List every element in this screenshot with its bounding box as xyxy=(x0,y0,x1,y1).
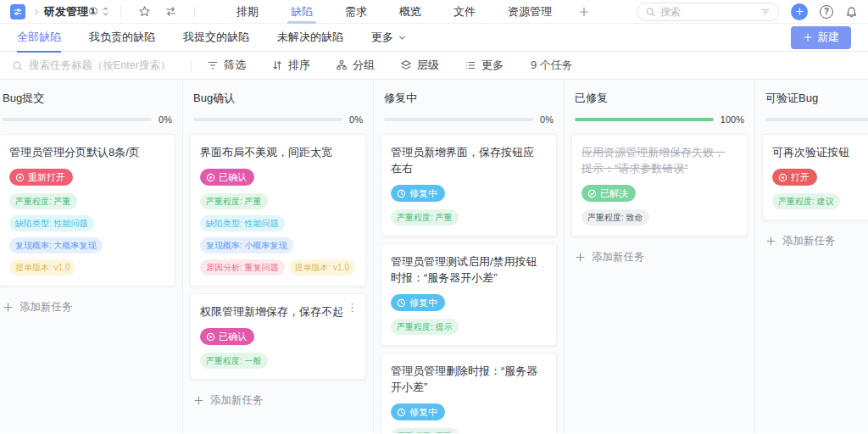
new-task-button[interactable]: 新建 xyxy=(791,26,851,49)
status-pill[interactable]: 已解决 xyxy=(581,185,636,202)
column-header: 修复中0% xyxy=(374,80,564,132)
task-card[interactable]: 管理员新增界面，保存按钮应在右修复中严重程度: 严重 xyxy=(381,134,557,236)
column-progress-bar xyxy=(384,118,533,121)
toolbar-button[interactable]: 排序 xyxy=(271,58,310,73)
view-tab[interactable]: 我负责的缺陷 xyxy=(89,24,155,52)
column-title: 已修复 xyxy=(575,91,744,106)
task-title: 管理员管理删除时报：“服务器开小差” xyxy=(391,363,547,395)
task-card[interactable]: 权限管理新增保存，保存不起⋮已确认严重程度: 一般 xyxy=(190,293,366,380)
field-tag: 提单版本: v1.0 xyxy=(9,259,75,275)
task-title: 界面布局不美观，间距太宽 xyxy=(200,144,356,160)
column-header: 已修复100% xyxy=(565,80,754,132)
project-tab[interactable]: 文件 xyxy=(453,0,476,24)
task-search-input[interactable] xyxy=(29,59,180,71)
global-search-input[interactable] xyxy=(660,6,755,18)
task-title: 可再次验证按钮 xyxy=(772,144,868,160)
search-filter-icon[interactable] xyxy=(760,7,771,17)
project-tab[interactable]: 概览 xyxy=(399,0,421,24)
view-tab[interactable]: 未解决的缺陷 xyxy=(277,24,343,52)
plus-circle-icon[interactable] xyxy=(791,3,808,20)
column-progress-label: 0% xyxy=(540,114,554,125)
project-icon[interactable] xyxy=(10,4,25,19)
task-search-box[interactable] xyxy=(12,59,186,71)
field-tag: 严重程度: 严重 xyxy=(391,428,459,433)
task-card[interactable]: 管理员管理分页默认8条/页重新打开严重程度: 严重缺陷类型: 性能问题复现概率:… xyxy=(0,134,175,287)
add-task-button[interactable]: 添加新任务 xyxy=(755,227,868,259)
project-switcher-icon[interactable] xyxy=(101,5,110,18)
search-icon xyxy=(645,7,655,17)
star-icon[interactable] xyxy=(138,5,151,18)
status-pill[interactable]: 重新打开 xyxy=(9,169,73,186)
status-pill[interactable]: 已确认 xyxy=(200,169,254,186)
swap-icon[interactable] xyxy=(164,5,177,18)
column-title: Bug确认 xyxy=(193,91,363,106)
global-search-box[interactable] xyxy=(637,3,779,21)
view-tab[interactable]: 全部缺陷 xyxy=(17,24,61,52)
plus-icon xyxy=(765,236,776,247)
kanban-board: Bug提交0%管理员管理分页默认8条/页重新打开严重程度: 严重缺陷类型: 性能… xyxy=(0,80,868,433)
help-icon[interactable]: ? xyxy=(820,5,833,19)
project-tab[interactable]: 资源管理 xyxy=(508,0,552,24)
add-tab-icon[interactable] xyxy=(578,6,590,18)
status-pill[interactable]: 打开 xyxy=(772,169,817,186)
clock-icon xyxy=(397,298,406,308)
project-name[interactable]: 研发管理① xyxy=(44,4,97,19)
field-tag: 严重程度: 严重 xyxy=(391,209,459,225)
status-pill[interactable]: 已确认 xyxy=(200,328,254,345)
task-title: 权限管理新增保存，保存不起 xyxy=(200,303,356,320)
search-icon xyxy=(12,60,23,71)
card-more-icon[interactable]: ⋮ xyxy=(347,303,358,313)
project-tab[interactable]: 需求 xyxy=(345,0,367,24)
view-tab[interactable]: 我提交的缺陷 xyxy=(183,24,249,52)
toolbar-button[interactable]: 分组 xyxy=(336,58,375,73)
bell-icon[interactable] xyxy=(845,5,858,18)
dot-circle-icon xyxy=(206,173,215,182)
divider xyxy=(191,59,192,71)
project-tab[interactable]: 排期 xyxy=(236,0,259,24)
divider xyxy=(194,6,195,18)
toolbar-button[interactable]: 筛选 xyxy=(207,58,246,73)
task-card[interactable]: 界面布局不美观，间距太宽已确认严重程度: 严重缺陷类型: 性能问题复现概率: 小… xyxy=(190,134,366,287)
column-progress-label: 0% xyxy=(159,114,172,125)
field-tag: 复现概率: 大概率复现 xyxy=(9,237,103,253)
toolbar-button[interactable]: 层级 xyxy=(400,58,439,73)
column-title: 可验证Bug xyxy=(765,91,868,106)
sort-icon xyxy=(271,59,283,71)
add-task-button[interactable]: 添加新任务 xyxy=(565,243,754,275)
task-title: 管理员管理测试启用/禁用按钮时报：“服务器开小差” xyxy=(391,253,547,286)
add-task-button[interactable]: 添加新任务 xyxy=(183,387,373,418)
column-header: Bug提交0% xyxy=(0,80,182,132)
clock-icon xyxy=(397,408,406,417)
project-tab[interactable]: 缺陷 xyxy=(291,0,313,24)
group-icon xyxy=(336,59,348,71)
status-pill[interactable]: 修复中 xyxy=(391,185,445,202)
toolbar-button[interactable]: 更多 xyxy=(465,58,504,73)
dot-circle-icon xyxy=(778,173,787,182)
add-task-button[interactable]: 添加新任务 xyxy=(0,293,182,325)
kanban-column: Bug确认0%界面布局不美观，间距太宽已确认严重程度: 严重缺陷类型: 性能问题… xyxy=(183,80,374,433)
view-tab-more[interactable]: 更多 xyxy=(371,24,407,52)
column-title: Bug提交 xyxy=(3,91,172,106)
column-progress-label: 100% xyxy=(721,114,744,125)
field-tag: 复现概率: 小概率复现 xyxy=(200,237,293,253)
task-title: 应用资源管理新增保存失败，提示：“请求参数错误” xyxy=(581,144,737,176)
field-tag: 提单版本: v1.0 xyxy=(289,259,355,275)
status-pill[interactable]: 修复中 xyxy=(391,294,445,311)
task-card[interactable]: 应用资源管理新增保存失败，提示：“请求参数错误”已解决严重程度: 致命 xyxy=(571,134,748,236)
column-progress-bar xyxy=(765,118,868,121)
task-title: 管理员新增界面，保存按钮应在右 xyxy=(391,144,547,176)
divider xyxy=(120,6,121,18)
field-tag: 严重程度: 致命 xyxy=(581,209,649,225)
task-card[interactable]: 管理员管理测试启用/禁用按钮时报：“服务器开小差”修复中严重程度: 提示 xyxy=(381,243,557,346)
kanban-column: 已修复100%应用资源管理新增保存失败，提示：“请求参数错误”已解决严重程度: … xyxy=(565,80,755,433)
funnel-icon xyxy=(207,59,219,71)
column-header: Bug确认0% xyxy=(183,80,373,132)
list-icon xyxy=(465,59,476,71)
task-card[interactable]: 可再次验证按钮打开严重程度: 建议 xyxy=(762,134,868,220)
field-tag: 严重程度: 建议 xyxy=(772,193,840,209)
status-pill[interactable]: 修复中 xyxy=(391,403,445,420)
column-progress-label: 0% xyxy=(349,114,363,125)
plus-icon xyxy=(803,32,813,42)
plus-icon xyxy=(3,302,14,313)
task-card[interactable]: 管理员管理删除时报：“服务器开小差”修复中严重程度: 严重 xyxy=(381,353,557,433)
